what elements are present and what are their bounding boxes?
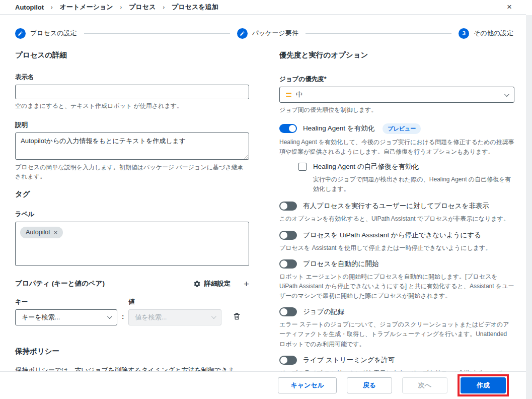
toggle-knob (280, 357, 287, 364)
job-recording-helper: エラー ステートのジョブについて、ジョブのスクリーンショットまたはビデオのアーテ… (279, 320, 514, 349)
toggle-knob (280, 260, 287, 268)
prevent-stop-helper: プロセスを Assistant を使用して停止または一時停止できないようにします… (279, 243, 514, 253)
create-button[interactable]: 作成 (461, 377, 506, 393)
step-connector (306, 33, 451, 34)
display-name-input[interactable] (15, 85, 249, 99)
healing-agent-helper: Healing Agent を有効化して、今後のジョブ実行における問題を修正する… (279, 138, 514, 157)
breadcrumb-item-processes[interactable]: プロセス (129, 3, 156, 12)
breadcrumb-separator-icon: › (163, 4, 165, 10)
highlight-annotation: 作成 (458, 374, 509, 396)
self-heal-label: Healing Agent の自己修復を有効化 (313, 162, 419, 171)
breadcrumb-item-autopilot[interactable]: Autopilot (15, 4, 44, 11)
prevent-stop-label: プロセスを UiPath Assistant から停止できないようにする (303, 231, 481, 240)
job-priority-helper: ジョブ間の優先順位を制御します。 (279, 105, 514, 115)
description-input[interactable]: Autopilotからの入力情報をもとにテキストを作成します (15, 132, 249, 160)
live-streaming-toggle[interactable] (279, 356, 297, 365)
toggle-knob (289, 125, 296, 132)
section-title-retention: 保持ポリシー (15, 347, 249, 356)
display-name-helper: 空のままにすると、テキスト作成ロボット が使用されます。 (15, 101, 249, 111)
toggle-knob (280, 308, 287, 315)
chip-remove-icon[interactable]: × (54, 229, 58, 236)
step-process-settings[interactable]: プロセスの設定 (15, 28, 77, 39)
job-recording-label: ジョブの記録 (303, 307, 344, 316)
chevron-down-icon (504, 92, 509, 97)
job-recording-toggle[interactable] (279, 307, 297, 316)
breadcrumb-separator-icon: › (51, 4, 53, 10)
toggle-knob (280, 203, 287, 210)
section-title-priority-execution: 優先度と実行のオプション (279, 50, 514, 60)
hide-process-label: 有人プロセスを実行するユーザーに対してプロセスを非表示 (303, 202, 489, 211)
display-name-label: 表示名 (15, 73, 249, 82)
label-chip: Autopilot × (20, 227, 63, 238)
trash-icon (233, 312, 241, 321)
job-priority-select[interactable]: 中 (279, 87, 514, 103)
label-chip-text: Autopilot (26, 229, 50, 236)
key-value-separator: : (122, 313, 124, 320)
step-label: プロセスの設定 (30, 29, 77, 38)
wizard-stepper: プロセスの設定 パッケージ要件 3 その他の設定 (15, 25, 513, 41)
advanced-settings-button[interactable]: 詳細設定 (193, 279, 231, 288)
key-select[interactable]: キーを検索... (15, 309, 117, 325)
pencil-icon (15, 28, 26, 39)
properties-title: プロパティ (キーと値のペア) (15, 279, 193, 288)
cancel-button[interactable]: キャンセル (278, 377, 337, 393)
chevron-down-icon (211, 314, 216, 319)
labels-label: ラベル (15, 210, 249, 219)
step-label: パッケージ要件 (252, 29, 298, 38)
pencil-icon (237, 28, 248, 39)
section-title-process-details: プロセスの詳細 (15, 50, 249, 60)
healing-agent-toggle[interactable] (279, 124, 297, 133)
process-details-panel: プロセスの詳細 表示名 空のままにすると、テキスト作成ロボット が使用されます。… (15, 50, 249, 387)
description-helper: プロセスの簡単な説明を入力します。初期値はパッケージ バージョンに基づき継承され… (15, 163, 249, 181)
back-button[interactable]: 戻る (347, 377, 392, 393)
preview-badge: プレビュー (383, 123, 421, 134)
priority-medium-icon (286, 93, 291, 97)
step-package-requirements[interactable]: パッケージ要件 (237, 28, 298, 39)
section-title-tags: タグ (15, 189, 249, 199)
gear-icon (193, 280, 201, 288)
self-heal-checkbox[interactable] (298, 163, 307, 171)
job-priority-value: 中 (296, 90, 504, 99)
key-select-placeholder: キーを検索... (22, 313, 107, 322)
chevron-down-icon (107, 314, 112, 319)
wizard-footer: キャンセル 戻る 次へ 作成 (0, 371, 526, 399)
hide-process-helper: このオプションを有効化すると、UiPath Assistant でプロセスが非表… (279, 214, 514, 224)
self-heal-helper: 実行中のジョブで問題が検出された際の、Healing Agent の自己修復を有… (313, 175, 514, 194)
delete-property-button[interactable] (233, 312, 241, 322)
step-additional-settings[interactable]: 3 その他の設定 (459, 28, 513, 39)
labels-input[interactable]: Autopilot × (15, 222, 249, 266)
job-priority-label: ジョブの優先度* (279, 75, 514, 84)
add-property-icon[interactable]: + (244, 279, 249, 289)
value-select: 値を検索... (128, 309, 221, 325)
description-label: 説明 (15, 121, 249, 129)
next-button: 次へ (402, 377, 447, 393)
live-streaming-label: ライブ ストリーミングを許可 (303, 356, 395, 365)
step-connector (84, 33, 230, 34)
priority-execution-panel: 優先度と実行のオプション ジョブの優先度* 中 ジョブ間の優先順位を制御します。… (279, 50, 514, 399)
breadcrumb-item-automations[interactable]: オートメーション (60, 3, 113, 12)
auto-start-helper: ロボット エージェントの開始時にプロセスを自動的に開始します。[プロセスを Ui… (279, 272, 514, 301)
hide-process-toggle[interactable] (279, 202, 297, 211)
breadcrumb-separator-icon: › (120, 4, 122, 10)
step-label: その他の設定 (474, 29, 513, 38)
healing-agent-label: Healing Agent を有効化 (303, 124, 374, 133)
close-icon[interactable]: × (507, 2, 512, 13)
toggle-knob (280, 232, 287, 239)
scrollbar[interactable] (526, 15, 532, 399)
breadcrumb-item-add-process: プロセスを追加 (172, 3, 218, 12)
key-label: キー (15, 298, 117, 306)
advanced-settings-label: 詳細設定 (204, 279, 231, 288)
step-number-badge: 3 (459, 28, 469, 39)
value-select-placeholder: 値を検索... (135, 313, 211, 322)
value-label: 値 (128, 298, 221, 306)
breadcrumb: Autopilot › オートメーション › プロセス › プロセスを追加 (0, 0, 526, 15)
auto-start-label: プロセスを自動的に開始 (303, 259, 378, 269)
auto-start-toggle[interactable] (279, 259, 297, 269)
prevent-stop-toggle[interactable] (279, 231, 297, 240)
